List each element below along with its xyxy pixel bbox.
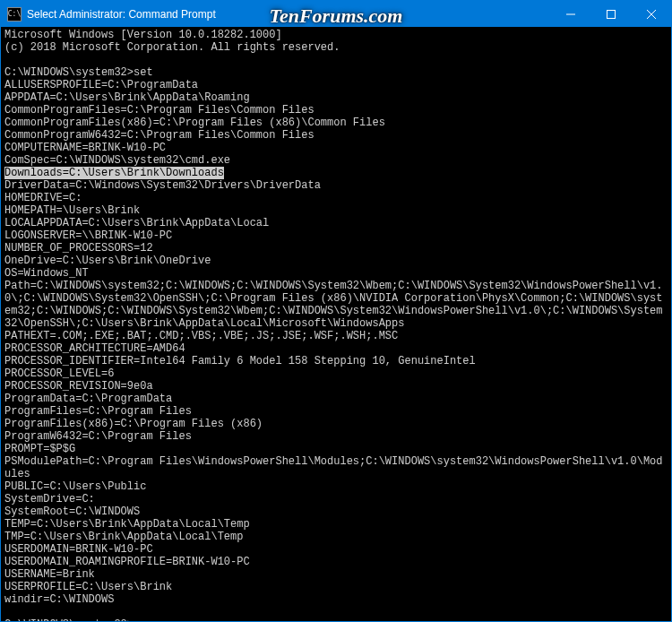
env-line: PROCESSOR_ARCHITECTURE=AMD64 <box>4 342 185 355</box>
env-line: OneDrive=C:\Users\Brink\OneDrive <box>4 255 211 267</box>
env-line: COMPUTERNAME=BRINK-W10-PC <box>4 142 166 154</box>
env-line: DriverData=C:\Windows\System32\Drivers\D… <box>4 179 321 192</box>
env-line: CommonProgramFiles=C:\Program Files\Comm… <box>4 104 314 117</box>
env-line: APPDATA=C:\Users\Brink\AppData\Roaming <box>4 91 250 104</box>
env-line: HOMEDRIVE=C: <box>4 192 82 204</box>
env-line: TEMP=C:\Users\Brink\AppData\Local\Temp <box>4 518 250 531</box>
env-line: PATHEXT=.COM;.EXE;.BAT;.CMD;.VBS;.VBE;.J… <box>4 330 398 342</box>
terminal-header-line: Microsoft Windows [Version 10.0.18282.10… <box>4 29 282 41</box>
env-line: PROCESSOR_REVISION=9e0a <box>4 380 153 393</box>
env-line-highlighted: Downloads=C:\Users\Brink\Downloads <box>4 167 224 179</box>
env-line: LOGONSERVER=\\BRINK-W10-PC <box>4 229 172 242</box>
minimize-button[interactable] <box>550 1 590 27</box>
env-line: ProgramFiles=C:\Program Files <box>4 405 192 418</box>
env-line: Path=C:\WINDOWS\system32;C:\WINDOWS;C:\W… <box>4 280 663 330</box>
minimize-icon <box>566 10 575 19</box>
env-line: LOCALAPPDATA=C:\Users\Brink\AppData\Loca… <box>4 217 269 229</box>
env-line: NUMBER_OF_PROCESSORS=12 <box>4 242 153 255</box>
cmd-icon: C:\ <box>7 7 22 22</box>
env-line: PSModulePath=C:\Program Files\WindowsPow… <box>4 455 663 480</box>
env-line: USERNAME=Brink <box>4 568 95 581</box>
env-line: ComSpec=C:\WINDOWS\system32\cmd.exe <box>4 154 230 167</box>
close-icon <box>647 10 656 19</box>
terminal-header-line: (c) 2018 Microsoft Corporation. All righ… <box>4 41 340 54</box>
terminal-command: set <box>134 66 153 79</box>
env-line: SystemDrive=C: <box>4 493 95 505</box>
maximize-icon <box>607 10 616 19</box>
env-line: PROMPT=$P$G <box>4 443 75 455</box>
titlebar[interactable]: C:\ Select Administrator: Command Prompt <box>1 1 671 27</box>
env-line: ProgramW6432=C:\Program Files <box>4 430 192 443</box>
terminal-prompt: C:\WINDOWS\system32> <box>4 66 134 79</box>
env-line: ProgramData=C:\ProgramData <box>4 393 172 405</box>
env-line: USERDOMAIN=BRINK-W10-PC <box>4 543 153 556</box>
terminal-output[interactable]: Microsoft Windows [Version 10.0.18282.10… <box>1 27 671 621</box>
env-line: PUBLIC=C:\Users\Public <box>4 480 146 493</box>
env-line: PROCESSOR_LEVEL=6 <box>4 367 114 380</box>
env-line: windir=C:\WINDOWS <box>4 593 114 606</box>
env-line: OS=Windows_NT <box>4 267 89 280</box>
env-line: ProgramFiles(x86)=C:\Program Files (x86) <box>4 418 263 430</box>
env-line: SystemRoot=C:\WINDOWS <box>4 505 140 518</box>
env-line: USERDOMAIN_ROAMINGPROFILE=BRINK-W10-PC <box>4 556 250 568</box>
titlebar-buttons <box>550 1 671 27</box>
env-line: HOMEPATH=\Users\Brink <box>4 204 140 217</box>
env-line: CommonProgramW6432=C:\Program Files\Comm… <box>4 129 314 142</box>
command-prompt-window: C:\ Select Administrator: Command Prompt… <box>0 0 672 622</box>
maximize-button[interactable] <box>590 1 631 27</box>
env-line: PROCESSOR_IDENTIFIER=Intel64 Family 6 Mo… <box>4 355 476 367</box>
window-title: Select Administrator: Command Prompt <box>27 8 550 21</box>
env-line: USERPROFILE=C:\Users\Brink <box>4 581 172 593</box>
env-line: ALLUSERSPROFILE=C:\ProgramData <box>4 79 198 91</box>
env-line: TMP=C:\Users\Brink\AppData\Local\Temp <box>4 531 243 543</box>
env-line: CommonProgramFiles(x86)=C:\Program Files… <box>4 117 385 129</box>
svg-rect-1 <box>607 10 615 18</box>
close-button[interactable] <box>631 1 671 27</box>
terminal-prompt: C:\WINDOWS\system32> <box>4 618 134 621</box>
